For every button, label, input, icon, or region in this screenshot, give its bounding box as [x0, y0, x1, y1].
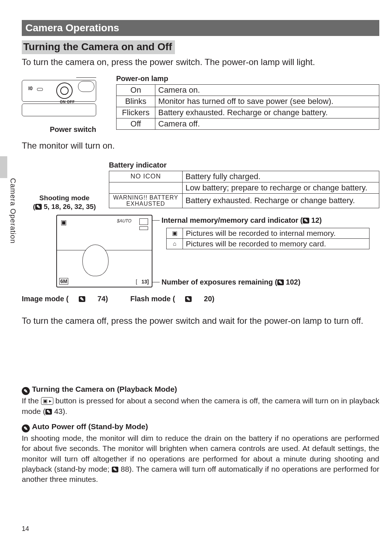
table-row: FlickersBattery exhausted. Recharge or c…	[117, 107, 379, 118]
intro-text: To turn the camera on, press the power s…	[22, 56, 379, 68]
image-mode-label: Image mode (✎ 74)	[22, 295, 118, 303]
side-tab-cap	[0, 156, 7, 178]
memory-indicator-table: ▣Pictures will be recorded to internal m…	[166, 228, 369, 249]
diagram-io-text: I0	[28, 85, 33, 91]
table-row: OnCamera on.	[117, 85, 379, 96]
lcd-bottom-labels: Image mode (✎ 74) Flash mode (✎ 20)	[22, 295, 235, 303]
battery-indicator-table: NO ICONBattery fully charged. Low batter…	[109, 171, 379, 208]
table-row: ▣Pictures will be recorded to internal m…	[167, 228, 369, 238]
page-header: Camera Operations	[22, 20, 379, 36]
memory-indicator-title: Internal memory/memory card indicator (✎…	[162, 216, 322, 225]
power-switch-diagram: I0 ON OFF Power switch	[22, 74, 96, 136]
tip-icon: ✎	[22, 387, 30, 395]
table-row: Low battery; prepare to recharge or chan…	[109, 182, 379, 193]
reference-icon: ✎	[79, 296, 85, 302]
table-row: WARNING!! BATTERY EXHAUSTEDBattery exhau…	[109, 193, 379, 208]
note-playback-text: If the ▣ ▸ button is pressed for about a…	[22, 396, 379, 416]
reference-icon: ✎	[185, 296, 192, 302]
table-row: OffCamera off.	[117, 118, 379, 130]
page-number: 14	[22, 525, 29, 533]
exposures-remaining-title: Number of exposures remaining (✎ 102)	[162, 278, 301, 286]
reference-icon: ✎	[112, 467, 118, 472]
reference-icon: ✎	[35, 204, 42, 210]
power-on-lamp-block: I0 ON OFF Power switch Power-on lamp OnC…	[22, 74, 379, 136]
battery-indicator-title: Battery indicator	[109, 161, 379, 169]
exposure-bracket-icon: [	[136, 279, 137, 285]
exposure-count: 13]	[142, 279, 149, 285]
reference-icon: ✎	[277, 279, 284, 285]
section-title: Turning the Camera on and Off	[22, 40, 175, 54]
note-autopower-text: In shooting mode, the monitor will dim t…	[22, 433, 379, 485]
side-tab-text: Camera Operation	[9, 178, 17, 244]
flash-mode-label: Flash mode (✎ 20)	[130, 295, 225, 303]
tip-icon: ✎	[22, 424, 30, 432]
battery-indicator-block: Battery indicator NO ICONBattery fully c…	[22, 161, 379, 208]
table-row: ⌂Pictures will be recorded to memory car…	[167, 238, 369, 249]
playback-button-icon: ▣ ▸	[41, 397, 53, 405]
shooting-mode-callout: Shooting mode (✎ 5, 18, 26, 32, 35)	[33, 194, 96, 211]
power-switch-label: Power switch	[22, 125, 96, 134]
lcd-screen: ▣ $AUTO 6M [ 13]	[56, 215, 152, 287]
table-row: BlinksMonitor has turned off to save pow…	[117, 96, 379, 107]
note-playback-title: ✎Turning the Camera on (Playback Mode)	[22, 385, 379, 395]
turn-off-text: To turn the camera off, press the power …	[22, 315, 379, 327]
power-on-lamp-table: OnCamera on. BlinksMonitor has turned of…	[116, 84, 379, 130]
monitor-on-text: The monitor will turn on.	[22, 140, 379, 152]
table-row: NO ICONBattery fully charged.	[109, 171, 379, 182]
power-on-lamp-title: Power-on lamp	[116, 74, 379, 83]
lcd-diagram-block: ▣ $AUTO 6M [ 13] Internal memory/memory …	[22, 215, 379, 313]
reference-icon: ✎	[45, 409, 52, 415]
reference-icon: ✎	[303, 218, 309, 223]
note-autopower-title: ✎Auto Power off (Stand-by Mode)	[22, 422, 379, 432]
image-mode-icon: 6M	[59, 278, 68, 285]
